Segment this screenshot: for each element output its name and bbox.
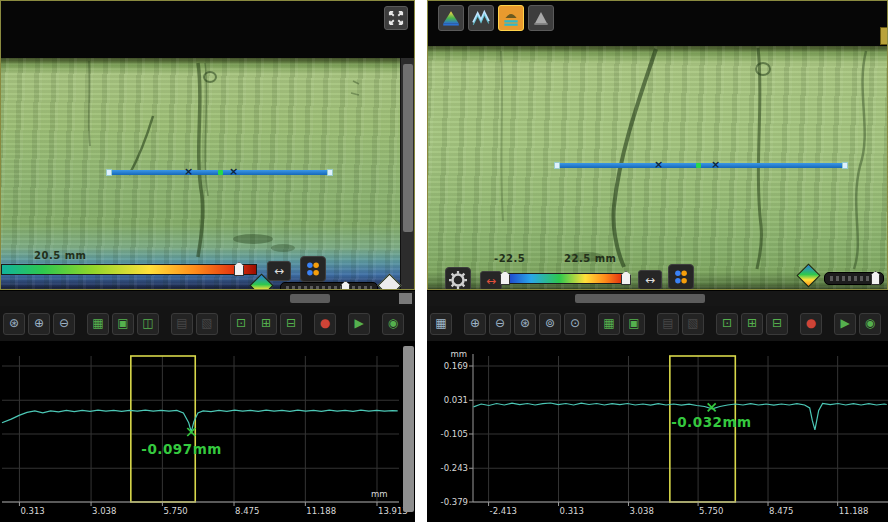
settings-button[interactable] — [445, 267, 471, 290]
right-viewer-panel: ↔ -22.5 22.5 mm ↔ × × ▦⊕⊖⊛⊚⊙▦▣▤▧⊡ — [427, 0, 888, 522]
left-chart-area: 0.3133.0385.7508.47511.18813.913mm-0.097… — [0, 342, 415, 522]
left-profile-chart[interactable]: 0.3133.0385.7508.47511.18813.913mm-0.097… — [0, 342, 415, 522]
fit-range-button[interactable]: ↔ — [267, 261, 291, 281]
toolbar-region-zoom-out-button[interactable]: ⊟ — [766, 313, 788, 335]
measure-endpoint-right[interactable] — [842, 162, 848, 169]
opacity-slider[interactable] — [280, 282, 378, 290]
measure-endpoint-right[interactable] — [327, 169, 333, 176]
toolbar-capture-view-button[interactable]: ▦ — [598, 313, 620, 335]
measure-center-dot[interactable] — [696, 163, 701, 168]
measure-handle-icon[interactable]: × — [229, 165, 238, 179]
measure-endpoint-left[interactable] — [554, 162, 560, 169]
display-options-button[interactable] — [300, 256, 326, 282]
toolbar-tool-disabled-2: ▧ — [682, 313, 704, 335]
svg-text:-0.097mm: -0.097mm — [141, 441, 221, 457]
toolbar-export-image-button[interactable]: ▶ — [834, 313, 856, 335]
svg-text:3.038: 3.038 — [629, 506, 653, 516]
profile-graph-icon — [471, 8, 491, 28]
toolbar-zoom-prev-button[interactable]: ⊙ — [564, 313, 586, 335]
scroll-corner — [399, 293, 412, 304]
right-scan-viewport[interactable]: ↔ -22.5 22.5 mm ↔ × × — [427, 0, 888, 290]
toolbar-tool-disabled-2: ▧ — [196, 313, 218, 335]
toolbar-record-button[interactable]: ● — [800, 313, 822, 335]
auto-range-button[interactable]: ↔ — [480, 271, 502, 290]
left-scan-scratches — [1, 1, 415, 290]
fit-range-button[interactable]: ↔ — [638, 270, 662, 290]
svg-text:8.475: 8.475 — [235, 506, 259, 516]
right-horizontal-scroll-thumb[interactable] — [575, 294, 705, 303]
measure-handle-icon[interactable]: × — [184, 165, 193, 179]
left-horizontal-scroll-thumb[interactable] — [290, 294, 330, 303]
gear-icon — [448, 270, 468, 290]
toolbar-image-overview-button[interactable]: ▣ — [623, 313, 645, 335]
layers-icon — [501, 8, 521, 28]
right-chart-area: -2.4130.3133.0385.7508.47511.1880.1690.0… — [427, 342, 888, 522]
toolbar-zoom-pan-button[interactable]: ⊛ — [3, 313, 25, 335]
opacity-slider[interactable] — [824, 272, 884, 285]
toolbar-region-zoom-in-button[interactable]: ⊞ — [255, 313, 277, 335]
color-dots-icon — [671, 267, 691, 287]
svg-text:8.475: 8.475 — [769, 506, 793, 516]
measure-center-dot[interactable] — [218, 170, 223, 175]
expand-icon — [387, 9, 405, 27]
toolbar-zoom-pan-button[interactable]: ⊚ — [539, 313, 561, 335]
peak-icon — [531, 8, 551, 28]
left-horizontal-scrollbar[interactable] — [0, 290, 415, 307]
right-profile-chart[interactable]: -2.4130.3133.0385.7508.47511.1880.1690.0… — [427, 342, 888, 522]
left-chart-scrollbar[interactable] — [403, 346, 414, 512]
left-viewer-panel: × × 20.5 mm ↔ ⊛⊕⊖▦▣◫▤▧⊡⊞⊟●▶◉ 0.3133.0385… — [0, 0, 415, 522]
toolbar-zoom-out-button[interactable]: ⊖ — [53, 313, 75, 335]
left-scan-viewport[interactable]: × × 20.5 mm ↔ — [0, 0, 415, 290]
toolbar-capture-view-button[interactable]: ▦ — [87, 313, 109, 335]
display-options-button[interactable] — [668, 264, 694, 290]
toolbar-zoom-in-button[interactable]: ⊕ — [464, 313, 486, 335]
view-height-map-button[interactable] — [438, 5, 464, 31]
svg-text:0.169: 0.169 — [444, 361, 468, 371]
svg-text:0.313: 0.313 — [560, 506, 584, 516]
toolbar-region-select-button[interactable]: ⊡ — [230, 313, 252, 335]
toolbar-region-zoom-in-button[interactable]: ⊞ — [741, 313, 763, 335]
svg-text:5.750: 5.750 — [163, 506, 187, 516]
toolbar-export-image-button[interactable]: ▶ — [348, 313, 370, 335]
right-measure-line[interactable]: × × — [556, 163, 846, 168]
edge-cut-button[interactable] — [880, 27, 888, 45]
measure-handle-icon[interactable]: × — [711, 158, 720, 172]
svg-text:mm: mm — [450, 349, 467, 359]
view-layers-button-selected[interactable] — [498, 5, 524, 31]
toolbar-region-zoom-out-button[interactable]: ⊟ — [280, 313, 302, 335]
expand-view-button[interactable] — [384, 6, 408, 30]
opacity-slider-handle[interactable] — [341, 281, 350, 290]
right-horizontal-scrollbar[interactable] — [427, 290, 888, 307]
toolbar-region-select-button[interactable]: ⊡ — [716, 313, 738, 335]
left-measure-line[interactable]: × × — [108, 170, 331, 175]
height-map-icon — [441, 8, 461, 28]
left-vertical-scrollbar[interactable] — [400, 58, 415, 289]
opacity-slider-handle[interactable] — [871, 271, 880, 285]
svg-text:3.038: 3.038 — [92, 506, 116, 516]
toolbar-tool-disabled-1: ▤ — [171, 313, 193, 335]
view-peak-button[interactable] — [528, 5, 554, 31]
toolbar-zoom-out-button[interactable]: ⊖ — [489, 313, 511, 335]
svg-text:11.188: 11.188 — [306, 506, 336, 516]
left-vertical-scroll-thumb[interactable] — [403, 64, 413, 232]
height-colorbar[interactable] — [1, 264, 257, 275]
toolbar-export-report-button[interactable]: ◉ — [382, 313, 404, 335]
svg-text:0.031: 0.031 — [444, 395, 468, 405]
svg-text:mm: mm — [371, 489, 388, 499]
view-profile-graph-button[interactable] — [468, 5, 494, 31]
toolbar-layout-grid-button[interactable]: ▦ — [430, 313, 452, 335]
height-colorbar[interactable] — [503, 273, 628, 284]
svg-text:5.750: 5.750 — [699, 506, 723, 516]
toolbar-export-report-button[interactable]: ◉ — [859, 313, 881, 335]
toolbar-image-split-button[interactable]: ◫ — [137, 313, 159, 335]
toolbar-zoom-region-button[interactable]: ⊛ — [514, 313, 536, 335]
toolbar-record-button[interactable]: ● — [314, 313, 336, 335]
right-toolbar: ▦⊕⊖⊛⊚⊙▦▣▤▧⊡⊞⊟●▶◉ — [427, 306, 888, 342]
measure-handle-icon[interactable]: × — [654, 158, 663, 172]
svg-text:11.188: 11.188 — [839, 506, 869, 516]
scale-min-label: -22.5 — [494, 253, 525, 264]
colorbar-handle[interactable] — [234, 262, 244, 276]
toolbar-image-overview-button[interactable]: ▣ — [112, 313, 134, 335]
toolbar-zoom-in-button[interactable]: ⊕ — [28, 313, 50, 335]
measure-endpoint-left[interactable] — [106, 169, 112, 176]
